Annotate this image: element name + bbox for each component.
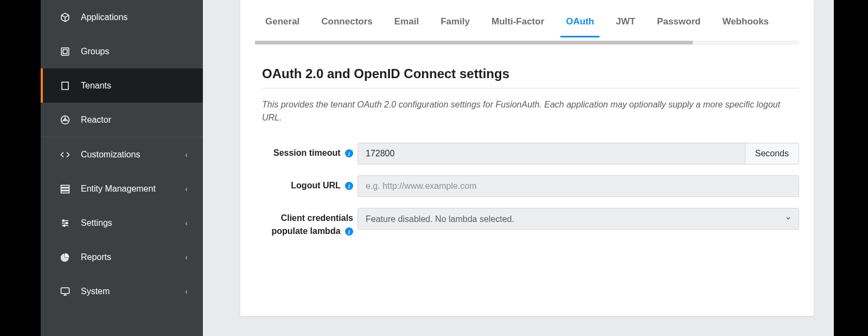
svg-point-22 xyxy=(66,222,68,224)
sidebar-item-reactor[interactable]: Reactor xyxy=(41,103,203,137)
main-content: General Connectors Email Family Multi-Fa… xyxy=(203,0,834,336)
session-timeout-input[interactable] xyxy=(358,143,745,164)
tab-oauth[interactable]: OAuth xyxy=(566,16,594,37)
svg-point-23 xyxy=(63,225,65,226)
sidebar-item-reports[interactable]: Reports ‹ xyxy=(41,240,203,274)
row-client-credentials-lambda: Client credentials populate lambda i Fea… xyxy=(262,208,799,238)
sidebar-item-tenants[interactable]: Tenants xyxy=(41,68,203,103)
sidebar-item-label: Entity Management xyxy=(81,184,185,194)
server-icon xyxy=(59,184,71,194)
row-session-timeout: Session timeout i Seconds xyxy=(262,143,799,164)
section-description: This provides the tenant OAuth 2.0 confi… xyxy=(262,98,799,124)
info-icon[interactable]: i xyxy=(345,227,353,236)
chevron-left-icon: ‹ xyxy=(185,150,188,159)
oauth-form: Session timeout i Seconds Logout URL i xyxy=(262,143,799,238)
chevron-left-icon: ‹ xyxy=(185,253,188,262)
pie-chart-icon xyxy=(59,252,71,262)
svg-rect-2 xyxy=(63,49,67,54)
sidebar-item-applications[interactable]: Applications xyxy=(41,0,203,34)
tab-email[interactable]: Email xyxy=(394,16,419,37)
sidebar-item-settings[interactable]: Settings ‹ xyxy=(41,206,203,240)
svg-rect-3 xyxy=(62,82,68,90)
tab-family[interactable]: Family xyxy=(441,16,470,37)
chevron-left-icon: ‹ xyxy=(185,185,188,193)
group-icon xyxy=(59,47,71,56)
svg-point-21 xyxy=(63,220,65,221)
label-session-timeout: Session timeout i xyxy=(262,143,358,160)
tab-scrollbar[interactable] xyxy=(255,41,799,45)
session-timeout-unit: Seconds xyxy=(745,143,799,164)
sidebar-item-label: Settings xyxy=(81,218,185,228)
sidebar-item-label: Reports xyxy=(81,252,185,262)
sidebar-item-label: System xyxy=(81,287,185,296)
building-icon xyxy=(59,81,71,91)
sidebar-item-groups[interactable]: Groups xyxy=(41,34,203,68)
sliders-icon xyxy=(59,218,71,228)
tab-connectors[interactable]: Connectors xyxy=(321,16,372,37)
sidebar: Applications Groups Tenants Reactor Cus xyxy=(41,0,203,336)
sidebar-item-label: Applications xyxy=(81,12,188,22)
client-credentials-lambda-select[interactable]: Feature disabled. No lambda selected. xyxy=(358,208,799,230)
tab-general[interactable]: General xyxy=(265,16,299,37)
svg-rect-15 xyxy=(61,185,69,187)
sidebar-item-label: Tenants xyxy=(81,81,188,91)
label-logout-url: Logout URL i xyxy=(262,175,358,192)
sidebar-item-customizations[interactable]: Customizations ‹ xyxy=(41,137,203,172)
svg-rect-1 xyxy=(61,48,69,55)
sidebar-item-label: Customizations xyxy=(81,150,185,160)
info-icon[interactable]: i xyxy=(345,182,353,190)
section-title: OAuth 2.0 and OpenID Connect settings xyxy=(262,66,799,88)
tab-password[interactable]: Password xyxy=(657,16,700,37)
code-icon xyxy=(59,150,71,160)
monitor-icon xyxy=(59,287,71,296)
svg-point-14 xyxy=(65,119,66,121)
svg-rect-16 xyxy=(61,188,69,190)
label-client-credentials-lambda: Client credentials populate lambda i xyxy=(262,208,358,238)
cube-icon xyxy=(59,12,71,22)
svg-rect-17 xyxy=(61,191,69,193)
row-logout-url: Logout URL i xyxy=(262,175,799,197)
sidebar-item-entity-management[interactable]: Entity Management ‹ xyxy=(41,172,203,206)
sidebar-item-system[interactable]: System ‹ xyxy=(41,274,203,308)
tab-bar: General Connectors Email Family Multi-Fa… xyxy=(240,0,814,37)
sidebar-item-label: Reactor xyxy=(81,115,188,125)
sidebar-item-label: Groups xyxy=(81,47,188,56)
tab-jwt[interactable]: JWT xyxy=(616,16,635,37)
chevron-left-icon: ‹ xyxy=(185,287,188,296)
logout-url-input[interactable] xyxy=(358,175,799,197)
tab-webhooks[interactable]: Webhooks xyxy=(722,16,769,37)
tab-multi-factor[interactable]: Multi-Factor xyxy=(492,16,544,37)
settings-panel: General Connectors Email Family Multi-Fa… xyxy=(240,0,814,316)
chevron-left-icon: ‹ xyxy=(185,219,188,227)
svg-rect-24 xyxy=(61,288,69,294)
radiation-icon xyxy=(59,115,71,125)
info-icon[interactable]: i xyxy=(345,149,353,157)
